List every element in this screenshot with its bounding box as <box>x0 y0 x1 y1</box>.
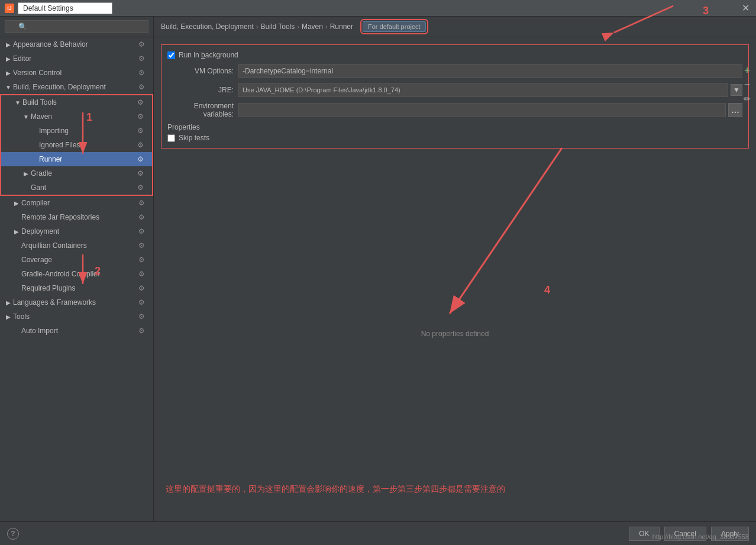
settings-icon: ⚙ <box>137 283 146 293</box>
settings-icon: ⚙ <box>135 126 145 136</box>
settings-icon: ⚙ <box>137 312 146 321</box>
sidebar-item-label: Gradle <box>31 169 135 178</box>
arrow-icon <box>13 256 20 263</box>
skip-tests-row: Skip tests <box>167 134 742 142</box>
breadcrumb-runner: Runner <box>330 22 353 31</box>
cancel-button[interactable]: Cancel <box>664 527 706 541</box>
sidebar-item-gradle-android[interactable]: Gradle-Android Compiler ⚙ <box>0 267 153 281</box>
remove-button[interactable]: − <box>741 78 754 91</box>
search-input[interactable] <box>5 20 148 33</box>
settings-icon: ⚙ <box>137 241 146 250</box>
settings-icon: ⚙ <box>135 154 145 164</box>
skip-tests-label: Skip tests <box>179 134 209 142</box>
sidebar-item-arquillian[interactable]: Arquillian Containers ⚙ <box>0 238 153 253</box>
edit-button[interactable]: ✏ <box>741 92 754 105</box>
apply-button[interactable]: Apply <box>711 527 749 541</box>
sidebar-item-required-plugins[interactable]: Required Plugins ⚙ <box>0 281 153 295</box>
sidebar-nav: ▶ Appearance & Behavior ⚙ ▶ Editor ⚙ ▶ V… <box>0 37 153 521</box>
arrow-icon: ▶ <box>22 170 30 177</box>
arrow-icon: ▶ <box>5 55 12 62</box>
run-in-background-label: Run in background <box>179 51 238 59</box>
close-button[interactable]: ✕ <box>739 2 751 14</box>
sidebar-item-label: Remote Jar Repositories <box>21 213 137 221</box>
arrow-icon: ▶ <box>5 69 12 76</box>
sidebar-item-deployment[interactable]: ▶ Deployment ⚙ <box>0 224 153 238</box>
sidebar-item-build-exec-deploy[interactable]: ▼ Build, Execution, Deployment ⚙ <box>0 80 153 94</box>
env-vars-input[interactable] <box>238 103 726 117</box>
breadcrumb-build: Build, Execution, Deployment <box>161 22 254 31</box>
sidebar-item-tools[interactable]: ▶ Tools ⚙ <box>0 309 153 324</box>
sidebar-item-build-tools[interactable]: ▼ Build Tools ⚙ <box>1 95 152 109</box>
sidebar-item-label: Gant <box>31 183 135 192</box>
dialog-title: Default Settings <box>18 2 112 14</box>
sidebar-item-label: Appearance & Behavior <box>13 40 137 49</box>
breadcrumb-sep-3: › <box>325 23 328 30</box>
settings-icon: ⚙ <box>137 82 146 92</box>
titlebar: IJ Default Settings ✕ <box>0 0 756 17</box>
settings-icon: ⚙ <box>137 198 146 208</box>
help-button[interactable]: ? <box>7 528 19 540</box>
settings-icon: ⚙ <box>137 269 146 279</box>
sidebar-item-gant[interactable]: Gant ⚙ <box>1 180 152 195</box>
sidebar-item-gradle[interactable]: ▶ Gradle ⚙ <box>1 166 152 180</box>
settings-icon: ⚙ <box>137 227 146 236</box>
bottom-bar: ? OK Cancel Apply <box>0 521 756 545</box>
settings-icon: ⚙ <box>137 54 146 63</box>
sidebar-item-label: Maven <box>31 112 135 121</box>
sidebar: 🔍 ▶ Appearance & Behavior ⚙ ▶ Editor ⚙ <box>0 17 154 521</box>
settings-area: Run in background VM Options: JRE: Use <box>154 37 756 521</box>
arrow-icon: ▼ <box>22 113 30 120</box>
arrow-icon <box>22 184 30 191</box>
run-in-background-checkbox[interactable] <box>167 51 175 59</box>
sidebar-item-label: Build, Execution, Deployment <box>13 83 137 91</box>
sidebar-item-label: Arquillian Containers <box>21 241 137 250</box>
vm-options-input[interactable] <box>238 64 742 78</box>
sidebar-item-label: Editor <box>13 54 137 63</box>
jre-select[interactable]: Use JAVA_HOME (D:\Program Files\Java\jdk… <box>238 83 728 97</box>
sidebar-item-label: Gradle-Android Compiler <box>21 270 137 278</box>
sidebar-item-version-control[interactable]: ▶ Version Control ⚙ <box>0 66 153 80</box>
breadcrumb-buildtools: Build Tools <box>260 22 295 31</box>
sidebar-item-runner[interactable]: Runner ⚙ <box>1 152 152 166</box>
arrow-icon: ▶ <box>13 228 20 235</box>
ok-button[interactable]: OK <box>629 527 659 541</box>
sidebar-item-label: Coverage <box>21 256 137 264</box>
breadcrumb-tag: For default project <box>363 21 426 32</box>
arrow-icon <box>13 214 20 221</box>
env-vars-label: Environment variables: <box>167 102 238 118</box>
sidebar-item-auto-import[interactable]: Auto Import ⚙ <box>0 324 153 338</box>
arrow-icon: ▼ <box>14 99 21 106</box>
jre-label: JRE: <box>167 86 238 94</box>
settings-icon: ⚙ <box>137 298 146 307</box>
sidebar-item-languages[interactable]: ▶ Languages & Frameworks ⚙ <box>0 295 153 309</box>
search-bar: 🔍 <box>0 17 153 37</box>
breadcrumb-maven: Maven <box>302 22 323 31</box>
sidebar-item-maven[interactable]: ▼ Maven ⚙ <box>1 109 152 124</box>
sidebar-item-label: Runner <box>39 155 135 163</box>
breadcrumb: Build, Execution, Deployment › Build Too… <box>154 17 756 37</box>
skip-tests-checkbox[interactable] <box>167 134 175 142</box>
right-panel: Build, Execution, Deployment › Build Too… <box>154 17 756 521</box>
vm-options-row: VM Options: <box>167 64 742 78</box>
arrow-icon: ▶ <box>5 41 12 48</box>
sidebar-item-compiler[interactable]: ▶ Compiler ⚙ <box>0 196 153 210</box>
sidebar-item-appearance[interactable]: ▶ Appearance & Behavior ⚙ <box>0 37 153 51</box>
settings-box: Run in background VM Options: JRE: Use <box>161 44 749 149</box>
sidebar-item-ignored-files[interactable]: Ignored Files ⚙ <box>1 138 152 152</box>
add-button[interactable]: + <box>741 64 754 77</box>
sidebar-item-label: Build Tools <box>22 98 135 107</box>
arrow-icon <box>13 242 20 249</box>
sidebar-item-label: Languages & Frameworks <box>13 298 137 307</box>
breadcrumb-sep-1: › <box>256 23 259 30</box>
sidebar-item-coverage[interactable]: Coverage ⚙ <box>0 253 153 267</box>
sidebar-item-importing[interactable]: Importing ⚙ <box>1 124 152 138</box>
arrow-icon: ▶ <box>5 299 12 306</box>
sidebar-item-editor[interactable]: ▶ Editor ⚙ <box>0 51 153 66</box>
settings-icon: ⚙ <box>137 40 146 49</box>
arrow-icon: ▶ <box>5 313 12 320</box>
sidebar-item-remote-jar[interactable]: Remote Jar Repositories ⚙ <box>0 210 153 224</box>
settings-icon: ⚙ <box>135 98 145 107</box>
no-properties-text: No properties defined <box>161 153 749 514</box>
settings-icon: ⚙ <box>135 140 145 150</box>
sidebar-item-label: Compiler <box>21 199 137 207</box>
